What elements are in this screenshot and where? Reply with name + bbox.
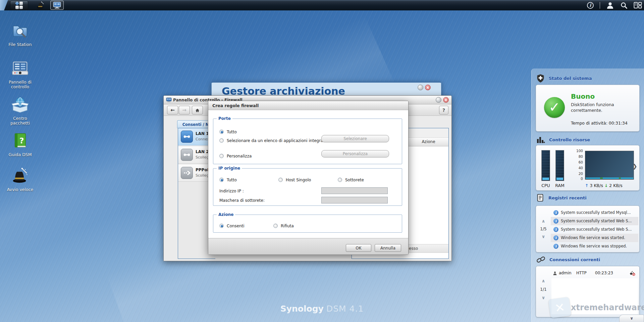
show-desktop-button[interactable] [0, 0, 8, 10]
network-traffic-chart [585, 151, 634, 180]
fieldset-ip-origine: IP origine Tutto Host Singolo Sottorete … [213, 168, 402, 206]
download-speed: 2 KB/s [609, 183, 622, 188]
taskbar: i [0, 0, 644, 10]
info-icon: i [553, 235, 558, 240]
selezionare-button[interactable]: Selezionare [321, 135, 389, 142]
radio-label: Sottorete [345, 177, 364, 183]
dialog-titlebar[interactable]: Crea regole firewall [208, 101, 408, 110]
magic-hat-icon [36, 1, 45, 9]
pppoe-icon [181, 167, 193, 179]
annulla-button[interactable]: Annulla [375, 244, 401, 252]
widget-title: Stato del sistema [549, 76, 592, 81]
widgets-toggle-button[interactable] [634, 2, 642, 9]
radio-ip-sottorete[interactable] [338, 178, 342, 182]
info-icon: i [553, 210, 558, 215]
desktop-icon-guida-dsm[interactable]: ? Guida DSM [3, 132, 38, 157]
user-menu-button[interactable] [606, 1, 614, 9]
back-button[interactable]: ← [167, 106, 178, 114]
radio-label: Host Singolo [286, 177, 311, 183]
widgets-collapse-tab[interactable]: ∨ [619, 315, 644, 322]
log-row[interactable]: iSystem successfully started Web S... [551, 225, 638, 234]
radio-azione-rifiuta[interactable] [273, 224, 278, 228]
resource-monitor-card[interactable]: CPU RAM 100 80 60 40 20 0 ↑ 3 KB/s ↓ 2 K… [536, 145, 640, 191]
page-down-icon[interactable]: ∨ [536, 234, 551, 239]
log-text: Windows file service was started. [561, 235, 625, 240]
system-status-value: Buono [571, 92, 595, 100]
system-uptime: Tempo di attività: 00:31:34 [571, 121, 628, 126]
page-down-icon[interactable]: ∨ [536, 295, 551, 300]
ok-button[interactable]: OK [346, 244, 371, 252]
expand-chevron-icon[interactable]: ❯ [633, 163, 637, 170]
column-header-azione[interactable]: Azione [408, 138, 448, 146]
fieldset-legend: Porte [217, 116, 232, 121]
home-icon [195, 108, 200, 112]
user-icon [606, 1, 614, 9]
y-tick: 40 [571, 166, 583, 170]
close-button[interactable]: x [443, 97, 449, 103]
recent-logs-card: ∧ 1/5 ∨ iSystem successfully started Mys… [536, 205, 640, 252]
info-button[interactable]: i [587, 2, 594, 9]
desktop-icon-pannello-di-controllo[interactable]: Pannello di controllo [3, 59, 38, 89]
control-panel-window-icon [166, 97, 172, 103]
search-button[interactable] [620, 2, 628, 9]
page-up-icon[interactable]: ∧ [536, 219, 551, 224]
dialog-crea-regole-firewall[interactable]: Crea regole firewall Porte Tutto Selezio… [208, 101, 409, 255]
page-up-icon[interactable]: ∧ [536, 278, 551, 283]
fieldset-azione: Azione Consenti Rifiuta [213, 215, 402, 233]
log-row[interactable]: iSystem successfully started Mysql... [551, 209, 638, 217]
dsm-branding: SynologyDSM 4.1 [280, 304, 364, 314]
field-label: Maschera di sottorete: [219, 197, 265, 204]
home-button[interactable] [192, 106, 203, 114]
widget-header-controllo-risorse: Controllo risorse [536, 136, 590, 144]
taskbar-divider [600, 2, 600, 9]
log-text: System successfully started Web S... [561, 227, 632, 232]
desktop-icon-file-station[interactable]: File Station [3, 21, 38, 47]
radio-label: Tutto [227, 177, 237, 183]
taskbar-active-window-button[interactable] [50, 1, 64, 10]
radio-label: Personalizza [227, 153, 252, 159]
connection-user: admin [559, 271, 572, 275]
log-text: System successfully started Web S... [561, 219, 632, 223]
taskbar-avvio-veloce-button[interactable] [34, 1, 47, 10]
log-row[interactable]: iSystem successfully started Web S... [551, 217, 638, 225]
radio-ip-host-singolo[interactable] [278, 178, 283, 182]
radio-porte-tutto[interactable] [219, 130, 224, 134]
lan-link-icon [181, 149, 193, 161]
ram-label: RAM [553, 183, 567, 188]
upload-arrow-icon: ↑ [585, 183, 588, 188]
desktop-icon-label: Guida DSM [5, 152, 35, 157]
log-row[interactable]: iWindows file service was stopped. [551, 242, 638, 250]
radio-azione-consenti[interactable] [219, 224, 224, 228]
connection-row[interactable]: admin HTTP 00:23:23 [551, 270, 636, 278]
radio-porte-personalizza[interactable] [219, 154, 224, 158]
personalizza-button[interactable]: Personalizza [321, 150, 389, 157]
indirizzo-ip-input[interactable] [321, 187, 388, 194]
watermark: ✕ xtremehardware.com [549, 298, 644, 317]
lan-link-icon [181, 131, 193, 143]
maschera-sottorete-input[interactable] [321, 197, 388, 203]
desktop-icon-centro-pacchetti[interactable]: Centro pacchetti [3, 95, 38, 126]
minimize-button[interactable] [436, 97, 441, 103]
info-icon: i [553, 227, 558, 232]
radio-ip-tutto[interactable] [219, 178, 224, 182]
system-status-card: ✓ Buono DiskStation funziona correttamen… [536, 85, 640, 132]
main-menu-button[interactable] [10, 1, 28, 10]
upload-speed: 3 KB/s [590, 183, 603, 188]
minimize-button[interactable] [418, 85, 423, 90]
field-label: Indirizzo IP : [219, 188, 244, 194]
cpu-gauge [541, 150, 550, 181]
close-button[interactable]: x [425, 85, 431, 90]
connection-duration: 00:23:23 [595, 271, 613, 275]
log-row[interactable]: iWindows file service was started. [551, 234, 638, 242]
radio-label: Consenti [227, 223, 245, 229]
brand-version: DSM 4.1 [326, 304, 364, 314]
radio-porte-elenco-applicazioni[interactable] [219, 138, 224, 143]
desktop-icon-avvio-veloce[interactable]: Avvio veloce [3, 167, 38, 192]
help-button[interactable]: ? [439, 106, 448, 114]
y-tick: 80 [571, 154, 583, 158]
widget-header-connessioni-correnti: Connessioni correnti [536, 255, 600, 264]
log-text: System successfully started Mysql... [561, 210, 631, 215]
disconnect-icon[interactable] [629, 270, 635, 276]
fieldset-legend: IP origine [217, 166, 242, 171]
forward-button[interactable]: → [179, 106, 190, 114]
